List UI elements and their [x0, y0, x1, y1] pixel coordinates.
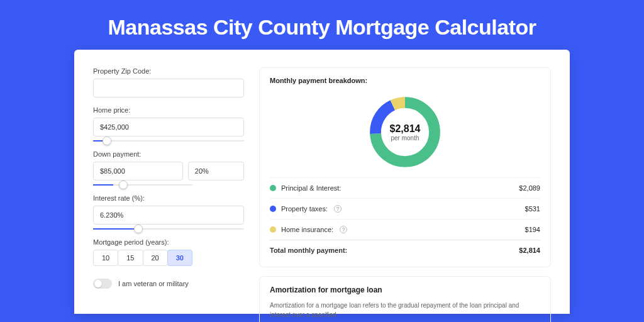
legend-value: $531 [525, 205, 540, 213]
breakdown-title: Monthly payment breakdown: [270, 77, 540, 84]
rate-slider[interactable] [93, 228, 244, 230]
legend-value: $194 [525, 226, 540, 233]
slider-thumb[interactable] [103, 136, 111, 145]
legend-row-insurance: Home insurance: ? $194 [270, 219, 540, 240]
amortization-title: Amortization for mortgage loan [270, 286, 540, 294]
rate-field: Interest rate (%): [93, 194, 244, 230]
zip-label: Property Zip Code: [93, 67, 244, 75]
page-title: Manassas City County Mortgage Calculator [0, 0, 644, 50]
donut-value: $2,814 [390, 123, 421, 135]
down-payment-field: Down payment: [93, 150, 244, 186]
period-buttons: 10 15 20 30 [93, 250, 244, 266]
slider-thumb[interactable] [119, 180, 128, 189]
period-btn-20[interactable]: 20 [143, 250, 168, 266]
veteran-label: I am veteran or military [118, 280, 189, 287]
results-panel: Monthly payment breakdown: $2,814 per mo… [259, 67, 551, 296]
home-price-label: Home price: [93, 106, 244, 114]
inputs-panel: Property Zip Code: Home price: Down paym… [93, 67, 244, 296]
legend-label: Property taxes: [281, 205, 328, 213]
rate-input[interactable] [93, 206, 244, 225]
veteran-toggle[interactable] [93, 279, 112, 289]
dot-icon [270, 206, 276, 212]
legend-value: $2,089 [519, 184, 540, 192]
veteran-row: I am veteran or military [93, 279, 244, 289]
donut-sub: per month [391, 135, 419, 142]
legend-row-taxes: Property taxes: ? $531 [270, 198, 540, 219]
zip-field: Property Zip Code: [93, 67, 244, 97]
period-btn-30[interactable]: 30 [167, 250, 192, 266]
total-label: Total monthly payment: [270, 247, 347, 254]
amortization-text: Amortization for a mortgage loan refers … [270, 301, 540, 319]
dot-icon [270, 185, 276, 191]
legend-row-total: Total monthly payment: $2,814 [270, 240, 540, 260]
help-icon[interactable]: ? [334, 205, 341, 213]
dot-icon [270, 226, 276, 233]
rate-label: Interest rate (%): [93, 194, 244, 202]
home-price-field: Home price: [93, 106, 244, 142]
slider-thumb[interactable] [134, 225, 143, 233]
period-btn-10[interactable]: 10 [93, 250, 118, 266]
down-payment-label: Down payment: [93, 150, 244, 158]
down-payment-pct-input[interactable] [188, 162, 244, 180]
legend-label: Home insurance: [281, 226, 333, 233]
help-icon[interactable]: ? [340, 226, 347, 233]
zip-input[interactable] [93, 79, 244, 97]
down-payment-input[interactable] [93, 162, 183, 180]
period-field: Mortgage period (years): 10 15 20 30 [93, 238, 244, 266]
period-label: Mortgage period (years): [93, 238, 244, 246]
total-value: $2,814 [519, 247, 540, 254]
period-btn-15[interactable]: 15 [118, 250, 143, 266]
donut-chart: $2,814 per month [270, 91, 540, 177]
home-price-input[interactable] [93, 118, 244, 136]
legend-label: Principal & Interest: [281, 184, 341, 192]
legend-row-principal: Principal & Interest: $2,089 [270, 177, 540, 198]
home-price-slider[interactable] [93, 140, 244, 142]
down-payment-slider[interactable] [93, 184, 192, 186]
breakdown-card: Monthly payment breakdown: $2,814 per mo… [259, 67, 551, 267]
calculator-card: Property Zip Code: Home price: Down paym… [74, 50, 570, 314]
amortization-card: Amortization for mortgage loan Amortizat… [259, 276, 551, 322]
